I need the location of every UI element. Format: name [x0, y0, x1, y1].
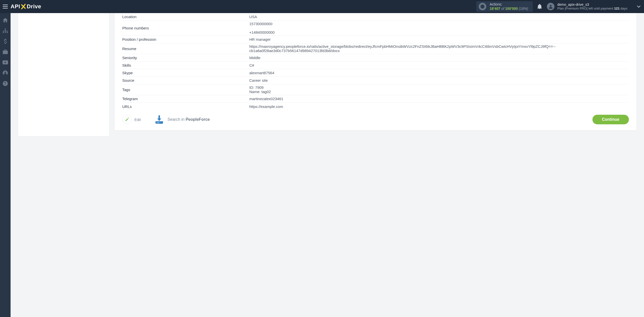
field-label: Telegram — [122, 97, 249, 101]
table-row: SourceCareer site — [122, 77, 629, 84]
search-prefix: Search in — [168, 117, 186, 122]
app-logo[interactable]: API Drive — [11, 3, 41, 10]
hamburger-icon — [3, 5, 8, 9]
search-target: PeopleForce — [186, 117, 210, 122]
download-icon — [154, 115, 164, 124]
table-row: SkillsC# — [122, 62, 629, 69]
field-value: C# — [249, 63, 629, 67]
actions-label: Actions: — [490, 2, 528, 6]
field-label: URLs — [122, 104, 249, 109]
info-icon — [479, 3, 486, 10]
sidebar-item-briefcase[interactable] — [0, 47, 11, 57]
username: demo_apix-drive_s3 — [557, 3, 627, 7]
edit-button[interactable]: Edit — [122, 115, 141, 124]
table-row: Position / professionHR manager — [122, 36, 629, 43]
svg-point-8 — [157, 122, 157, 123]
right-panel: LocationUSAPhone numbers15730000000 +148… — [115, 13, 636, 130]
logo-x-icon — [20, 4, 26, 10]
table-row: Telegrammartinezalex023461 — [122, 95, 629, 103]
field-value: ID: 7909 Name: tag02 — [249, 85, 629, 94]
sidebar-item-billing[interactable] — [0, 36, 11, 46]
actions-current: 18'407 — [490, 7, 500, 11]
field-value: Career site — [249, 78, 629, 83]
actions-counter-text: Actions: 18'407 of 100'000 (18%) — [490, 2, 528, 10]
svg-point-2 — [482, 5, 483, 6]
field-value: USA — [249, 15, 629, 19]
chevron-down-icon — [637, 6, 640, 8]
actions-percent: (18%) — [518, 7, 528, 11]
sidebar-item-home[interactable] — [0, 15, 11, 25]
field-label: Phone numbers — [122, 26, 249, 30]
plan-prefix: Plan | — [557, 7, 566, 10]
svg-point-9 — [158, 122, 159, 123]
actions-total: 100'000 — [505, 7, 518, 11]
table-row: LocationUSA — [122, 13, 629, 21]
logo-api-text: API — [11, 3, 20, 10]
table-row: URLshttps://example.com — [122, 103, 629, 110]
dollar-icon — [4, 39, 7, 44]
edit-button-label: Edit — [134, 117, 141, 122]
continue-button[interactable]: Continue — [592, 115, 629, 124]
field-value: https://example.com — [249, 104, 629, 109]
user-menu[interactable]: demo_apix-drive_s3 Plan |Premium PRO| le… — [547, 3, 640, 10]
user-avatar-icon — [547, 3, 554, 10]
field-label: Skype — [122, 71, 249, 75]
home-icon — [3, 18, 8, 22]
briefcase-icon — [3, 50, 8, 54]
field-label: Source — [122, 78, 249, 83]
main-content: LocationUSAPhone numbers15730000000 +148… — [11, 13, 644, 317]
search-in-source-button[interactable]: Search in PeopleForce — [154, 115, 210, 124]
field-label: Tags — [122, 88, 249, 92]
data-table: LocationUSAPhone numbers15730000000 +148… — [122, 13, 629, 110]
sidebar-item-account[interactable] — [0, 68, 11, 78]
sidebar-item-connections[interactable] — [0, 26, 11, 36]
user-menu-text: demo_apix-drive_s3 Plan |Premium PRO| le… — [557, 3, 627, 10]
plan-mid: | left until payment — [587, 7, 614, 10]
field-label: Location — [122, 15, 249, 19]
user-circle-icon — [3, 70, 8, 75]
svg-point-3 — [550, 5, 551, 7]
notifications-button[interactable] — [537, 4, 542, 9]
field-value: Middle — [249, 56, 629, 60]
left-panel — [18, 13, 109, 136]
svg-rect-1 — [482, 6, 483, 8]
field-value: https://maxroyagency.peopleforce.io/rail… — [249, 44, 629, 53]
field-value: martinezalex023461 — [249, 97, 629, 101]
hamburger-menu-button[interactable] — [0, 0, 11, 13]
field-label: Skills — [122, 63, 249, 67]
plan-days: 121 — [614, 7, 620, 10]
question-circle-icon — [3, 81, 8, 86]
actions-of: of — [500, 7, 505, 11]
field-label: Seniority — [122, 56, 249, 60]
field-label: Resume — [122, 47, 249, 51]
table-row: Resumehttps://maxroyagency.peopleforce.i… — [122, 43, 629, 54]
actions-counter[interactable]: Actions: 18'407 of 100'000 (18%) — [476, 1, 533, 12]
plan-line: Plan |Premium PRO| left until payment 12… — [557, 7, 627, 11]
svg-point-6 — [5, 72, 6, 73]
sidebar-nav — [0, 13, 11, 317]
field-value: alexmart87564 — [249, 71, 629, 75]
field-value: HR manager — [249, 37, 629, 42]
table-row: Skypealexmart87564 — [122, 69, 629, 77]
top-bar: API Drive Actions: 18'407 of 100'000 (18… — [0, 0, 644, 13]
sitemap-icon — [3, 28, 8, 33]
sidebar-item-video[interactable] — [0, 57, 11, 67]
plan-name: Premium PRO — [566, 7, 587, 10]
field-value: 15730000000 +14840000000 — [249, 22, 629, 34]
search-in-source-label: Search in PeopleForce — [168, 117, 210, 122]
panel-actions-row: Edit Search in PeopleForce Continue — [122, 110, 629, 124]
field-label: Position / profession — [122, 37, 249, 42]
table-row: SeniorityMiddle — [122, 54, 629, 62]
youtube-icon — [3, 60, 8, 64]
sidebar-item-help[interactable] — [0, 78, 11, 89]
pencil-icon — [122, 115, 132, 124]
table-row: TagsID: 7909 Name: tag02 — [122, 84, 629, 95]
bell-icon — [537, 4, 542, 9]
logo-drive-text: Drive — [27, 3, 41, 10]
table-row: Phone numbers15730000000 +14840000000 — [122, 21, 629, 36]
plan-days-suffix: days — [620, 7, 627, 10]
